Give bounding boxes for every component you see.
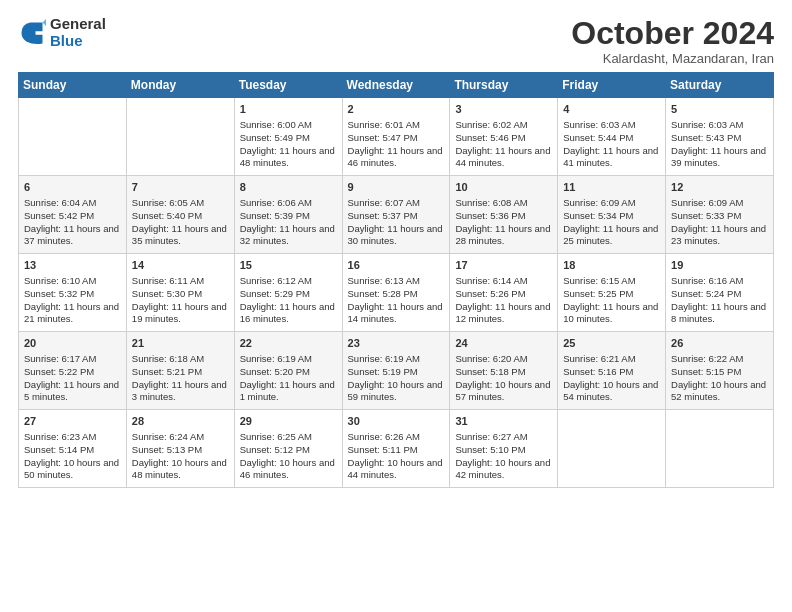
sunset-text: Sunset: 5:19 PM [348, 366, 418, 377]
daylight-text: Daylight: 11 hours and 12 minutes. [455, 301, 550, 325]
daylight-text: Daylight: 10 hours and 59 minutes. [348, 379, 443, 403]
sunset-text: Sunset: 5:29 PM [240, 288, 310, 299]
daylight-text: Daylight: 11 hours and 21 minutes. [24, 301, 119, 325]
sunrise-text: Sunrise: 6:14 AM [455, 275, 527, 286]
day-number: 25 [563, 336, 660, 351]
day-number: 16 [348, 258, 445, 273]
day-number: 28 [132, 414, 229, 429]
daylight-text: Daylight: 11 hours and 5 minutes. [24, 379, 119, 403]
sunrise-text: Sunrise: 6:12 AM [240, 275, 312, 286]
sunrise-text: Sunrise: 6:20 AM [455, 353, 527, 364]
day-number: 19 [671, 258, 768, 273]
sunset-text: Sunset: 5:33 PM [671, 210, 741, 221]
logo-icon [18, 19, 46, 47]
sunrise-text: Sunrise: 6:05 AM [132, 197, 204, 208]
table-row: 23Sunrise: 6:19 AMSunset: 5:19 PMDayligh… [342, 332, 450, 410]
sunset-text: Sunset: 5:14 PM [24, 444, 94, 455]
sunset-text: Sunset: 5:30 PM [132, 288, 202, 299]
sunset-text: Sunset: 5:47 PM [348, 132, 418, 143]
header-thursday: Thursday [450, 73, 558, 98]
day-number: 14 [132, 258, 229, 273]
table-row: 11Sunrise: 6:09 AMSunset: 5:34 PMDayligh… [558, 176, 666, 254]
sunrise-text: Sunrise: 6:00 AM [240, 119, 312, 130]
sunset-text: Sunset: 5:25 PM [563, 288, 633, 299]
sunset-text: Sunset: 5:34 PM [563, 210, 633, 221]
table-row: 3Sunrise: 6:02 AMSunset: 5:46 PMDaylight… [450, 98, 558, 176]
daylight-text: Daylight: 11 hours and 46 minutes. [348, 145, 443, 169]
sunrise-text: Sunrise: 6:13 AM [348, 275, 420, 286]
table-row: 10Sunrise: 6:08 AMSunset: 5:36 PMDayligh… [450, 176, 558, 254]
sunset-text: Sunset: 5:10 PM [455, 444, 525, 455]
table-row: 21Sunrise: 6:18 AMSunset: 5:21 PMDayligh… [126, 332, 234, 410]
table-row: 2Sunrise: 6:01 AMSunset: 5:47 PMDaylight… [342, 98, 450, 176]
calendar-table: Sunday Monday Tuesday Wednesday Thursday… [18, 72, 774, 488]
sunrise-text: Sunrise: 6:07 AM [348, 197, 420, 208]
daylight-text: Daylight: 11 hours and 25 minutes. [563, 223, 658, 247]
sunset-text: Sunset: 5:40 PM [132, 210, 202, 221]
sunrise-text: Sunrise: 6:19 AM [240, 353, 312, 364]
logo-general-text: General [50, 16, 106, 33]
sunset-text: Sunset: 5:46 PM [455, 132, 525, 143]
sunset-text: Sunset: 5:16 PM [563, 366, 633, 377]
sunset-text: Sunset: 5:36 PM [455, 210, 525, 221]
calendar-week-2: 6Sunrise: 6:04 AMSunset: 5:42 PMDaylight… [19, 176, 774, 254]
table-row: 24Sunrise: 6:20 AMSunset: 5:18 PMDayligh… [450, 332, 558, 410]
table-row: 4Sunrise: 6:03 AMSunset: 5:44 PMDaylight… [558, 98, 666, 176]
sunrise-text: Sunrise: 6:02 AM [455, 119, 527, 130]
day-number: 9 [348, 180, 445, 195]
sunrise-text: Sunrise: 6:25 AM [240, 431, 312, 442]
sunset-text: Sunset: 5:22 PM [24, 366, 94, 377]
logo-text: General Blue [50, 16, 106, 49]
header-saturday: Saturday [666, 73, 774, 98]
sunrise-text: Sunrise: 6:06 AM [240, 197, 312, 208]
sunset-text: Sunset: 5:44 PM [563, 132, 633, 143]
sunset-text: Sunset: 5:24 PM [671, 288, 741, 299]
sunrise-text: Sunrise: 6:27 AM [455, 431, 527, 442]
table-row: 8Sunrise: 6:06 AMSunset: 5:39 PMDaylight… [234, 176, 342, 254]
location: Kalardasht, Mazandaran, Iran [571, 51, 774, 66]
daylight-text: Daylight: 11 hours and 28 minutes. [455, 223, 550, 247]
table-row: 31Sunrise: 6:27 AMSunset: 5:10 PMDayligh… [450, 410, 558, 488]
daylight-text: Daylight: 10 hours and 48 minutes. [132, 457, 227, 481]
day-number: 20 [24, 336, 121, 351]
title-block: October 2024 Kalardasht, Mazandaran, Ira… [571, 16, 774, 66]
table-row: 13Sunrise: 6:10 AMSunset: 5:32 PMDayligh… [19, 254, 127, 332]
day-number: 18 [563, 258, 660, 273]
page: General Blue October 2024 Kalardasht, Ma… [0, 0, 792, 612]
daylight-text: Daylight: 11 hours and 32 minutes. [240, 223, 335, 247]
day-number: 24 [455, 336, 552, 351]
sunset-text: Sunset: 5:43 PM [671, 132, 741, 143]
daylight-text: Daylight: 11 hours and 48 minutes. [240, 145, 335, 169]
table-row [19, 98, 127, 176]
calendar-week-5: 27Sunrise: 6:23 AMSunset: 5:14 PMDayligh… [19, 410, 774, 488]
sunset-text: Sunset: 5:12 PM [240, 444, 310, 455]
daylight-text: Daylight: 11 hours and 10 minutes. [563, 301, 658, 325]
daylight-text: Daylight: 11 hours and 19 minutes. [132, 301, 227, 325]
logo: General Blue [18, 16, 106, 49]
header: General Blue October 2024 Kalardasht, Ma… [18, 16, 774, 66]
table-row: 15Sunrise: 6:12 AMSunset: 5:29 PMDayligh… [234, 254, 342, 332]
table-row [126, 98, 234, 176]
table-row: 25Sunrise: 6:21 AMSunset: 5:16 PMDayligh… [558, 332, 666, 410]
sunset-text: Sunset: 5:39 PM [240, 210, 310, 221]
sunrise-text: Sunrise: 6:03 AM [563, 119, 635, 130]
daylight-text: Daylight: 11 hours and 39 minutes. [671, 145, 766, 169]
daylight-text: Daylight: 10 hours and 57 minutes. [455, 379, 550, 403]
table-row: 12Sunrise: 6:09 AMSunset: 5:33 PMDayligh… [666, 176, 774, 254]
day-number: 8 [240, 180, 337, 195]
day-number: 22 [240, 336, 337, 351]
day-number: 27 [24, 414, 121, 429]
sunset-text: Sunset: 5:18 PM [455, 366, 525, 377]
sunrise-text: Sunrise: 6:03 AM [671, 119, 743, 130]
daylight-text: Daylight: 10 hours and 46 minutes. [240, 457, 335, 481]
day-number: 2 [348, 102, 445, 117]
sunset-text: Sunset: 5:26 PM [455, 288, 525, 299]
daylight-text: Daylight: 11 hours and 3 minutes. [132, 379, 227, 403]
daylight-text: Daylight: 11 hours and 35 minutes. [132, 223, 227, 247]
table-row: 9Sunrise: 6:07 AMSunset: 5:37 PMDaylight… [342, 176, 450, 254]
sunset-text: Sunset: 5:28 PM [348, 288, 418, 299]
table-row: 27Sunrise: 6:23 AMSunset: 5:14 PMDayligh… [19, 410, 127, 488]
table-row: 14Sunrise: 6:11 AMSunset: 5:30 PMDayligh… [126, 254, 234, 332]
day-number: 7 [132, 180, 229, 195]
table-row: 1Sunrise: 6:00 AMSunset: 5:49 PMDaylight… [234, 98, 342, 176]
